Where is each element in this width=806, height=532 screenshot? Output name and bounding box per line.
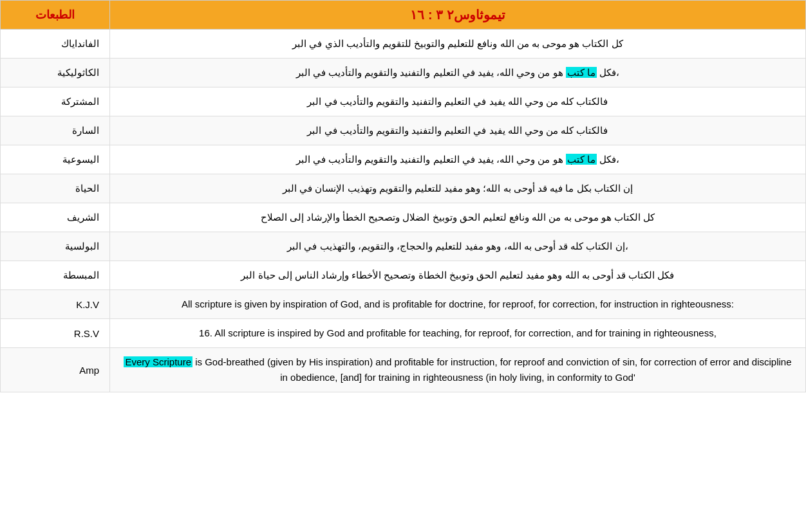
highlighted-text: ما كتب: [566, 154, 597, 165]
edition-name-cell: البولسية: [1, 232, 110, 261]
main-table: تيموثاوس٢ ٣ : ١٦ الطبعات كل الكتاب هو مو…: [0, 0, 806, 392]
verse-cell: فكل الكتاب قد أوحى به الله وهو مفيد لتعل…: [110, 261, 806, 290]
table-row: فكل الكتاب قد أوحى به الله وهو مفيد لتعل…: [1, 261, 806, 290]
verse-reference-header: تيموثاوس٢ ٣ : ١٦: [110, 1, 806, 30]
table-row: إن الكتاب بكل ما فيه قد أوحى به الله؛ وه…: [1, 174, 806, 203]
table-row: كل الكتاب هو موحى به من الله ونافع للتعل…: [1, 30, 806, 59]
verse-cell: All scripture is given by inspiration of…: [110, 290, 806, 319]
highlighted-text: ما كتب: [566, 67, 597, 78]
table-row: فالكتاب كله من وحي الله يفيد في التعليم …: [1, 116, 806, 145]
edition-name-cell: الكاثوليكية: [1, 59, 110, 87]
verse-cell: ،فكل ما كتب هو من وحي الله، يفيد في التع…: [110, 59, 806, 87]
edition-name-cell: الشريف: [1, 203, 110, 232]
verse-cell: Every Scripture is God-breathed (given b…: [110, 348, 806, 392]
table-row: 16. All scripture is inspired by God and…: [1, 319, 806, 348]
header-row: تيموثاوس٢ ٣ : ١٦ الطبعات: [1, 1, 806, 30]
table-row: Every Scripture is God-breathed (given b…: [1, 348, 806, 392]
verse-cell: كل الكتاب هو موحى به من الله ونافع للتعل…: [110, 30, 806, 59]
edition-name-cell: الحياة: [1, 174, 110, 203]
table-body: كل الكتاب هو موحى به من الله ونافع للتعل…: [1, 30, 806, 392]
verse-cell: كل الكتاب هو موحى به من الله ونافع لتعلي…: [110, 203, 806, 232]
editions-header: الطبعات: [1, 1, 110, 30]
verse-cell: فالكتاب كله من وحي الله يفيد في التعليم …: [110, 87, 806, 116]
edition-name-cell: اليسوعية: [1, 145, 110, 174]
table-row: فالكتاب كله من وحي الله يفيد في التعليم …: [1, 87, 806, 116]
table-row: ،فكل ما كتب هو من وحي الله، يفيد في التع…: [1, 145, 806, 174]
verse-cell: ،إن الكتاب كله قد أوحى به الله، وهو مفيد…: [110, 232, 806, 261]
verse-cell: 16. All scripture is inspired by God and…: [110, 319, 806, 348]
highlighted-text: Every Scripture: [124, 356, 192, 367]
edition-name-cell: السارة: [1, 116, 110, 145]
edition-name-cell: المبسطة: [1, 261, 110, 290]
table-row: ،إن الكتاب كله قد أوحى به الله، وهو مفيد…: [1, 232, 806, 261]
edition-name-cell: الفانداياك: [1, 30, 110, 59]
verse-cell: إن الكتاب بكل ما فيه قد أوحى به الله؛ وه…: [110, 174, 806, 203]
edition-name-cell: K.J.V: [1, 290, 110, 319]
table-row: كل الكتاب هو موحى به من الله ونافع لتعلي…: [1, 203, 806, 232]
edition-name-cell: المشتركة: [1, 87, 110, 116]
edition-name-cell: R.S.V: [1, 319, 110, 348]
table-row: ،فكل ما كتب هو من وحي الله، يفيد في التع…: [1, 59, 806, 87]
verse-cell: فالكتاب كله من وحي الله يفيد في التعليم …: [110, 116, 806, 145]
verse-cell: ،فكل ما كتب هو من وحي الله، يفيد في التع…: [110, 145, 806, 174]
table-row: All scripture is given by inspiration of…: [1, 290, 806, 319]
edition-name-cell: Amp: [1, 348, 110, 392]
